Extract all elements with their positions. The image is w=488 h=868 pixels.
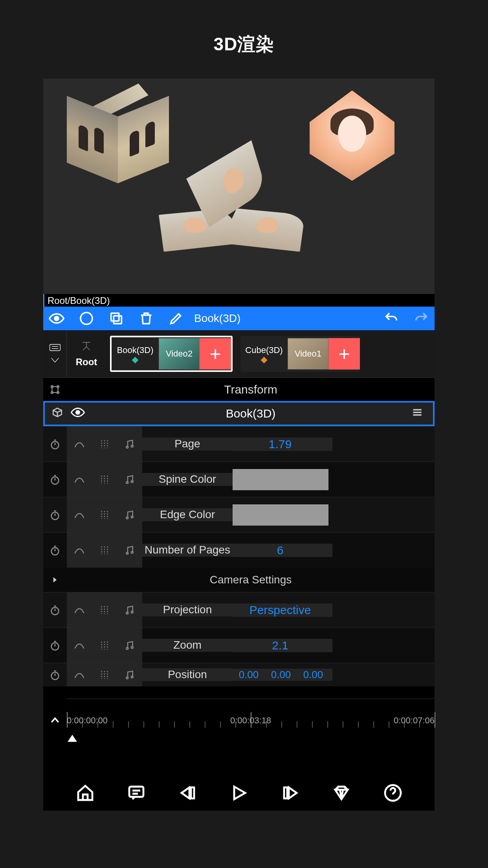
property-row-page: Page 1.79 bbox=[43, 426, 435, 462]
curve-icon[interactable] bbox=[67, 592, 92, 627]
property-list: Page 1.79 Spine Color Edge Color Number … bbox=[43, 426, 435, 699]
transform-section[interactable]: Transform bbox=[43, 377, 435, 401]
object-panel-header: Book(3D) bbox=[43, 401, 435, 426]
play-icon[interactable] bbox=[229, 783, 248, 802]
property-label: Page bbox=[142, 438, 233, 450]
add-layer-button[interactable]: + bbox=[200, 338, 231, 370]
curve-icon[interactable] bbox=[67, 533, 92, 568]
shake-icon[interactable] bbox=[92, 462, 117, 497]
property-label: Spine Color bbox=[142, 473, 233, 485]
redo-icon[interactable] bbox=[413, 311, 429, 326]
collapse-icon[interactable] bbox=[43, 699, 67, 742]
root-layer[interactable]: Root bbox=[67, 330, 106, 377]
stopwatch-icon[interactable] bbox=[43, 663, 67, 686]
preview-canvas[interactable] bbox=[43, 79, 435, 294]
svg-rect-2 bbox=[114, 316, 121, 324]
property-value[interactable]: 0.00 0.00 0.00 bbox=[233, 669, 332, 681]
visibility-icon[interactable] bbox=[49, 311, 64, 326]
keyframe-diamond-icon bbox=[261, 357, 268, 364]
shake-icon[interactable] bbox=[92, 533, 117, 568]
diamond-icon[interactable] bbox=[332, 783, 351, 802]
curve-icon[interactable] bbox=[67, 663, 92, 686]
visibility-icon[interactable] bbox=[71, 405, 90, 422]
step-forward-icon[interactable] bbox=[281, 783, 300, 802]
audio-icon[interactable] bbox=[117, 427, 142, 462]
curve-icon[interactable] bbox=[67, 427, 92, 462]
shake-icon[interactable] bbox=[92, 497, 117, 532]
property-label: Edge Color bbox=[142, 508, 233, 521]
timeline-label: 0:00:00:00 bbox=[67, 715, 108, 726]
edit-object-label: Book(3D) bbox=[194, 312, 240, 325]
property-row-edge-color: Edge Color bbox=[43, 497, 435, 532]
svg-rect-40 bbox=[191, 787, 194, 798]
property-label: Position bbox=[142, 668, 233, 681]
mask-icon[interactable] bbox=[79, 311, 94, 326]
chevron-right-icon bbox=[43, 568, 67, 592]
page-title: 3D渲染 bbox=[0, 0, 488, 57]
property-label: Projection bbox=[142, 603, 233, 616]
color-swatch[interactable] bbox=[233, 469, 328, 490]
curve-icon[interactable] bbox=[67, 497, 92, 532]
svg-marker-28 bbox=[53, 577, 57, 582]
section-label: Camera Settings bbox=[67, 574, 435, 586]
timeline-ruler[interactable]: 0:00:00:000:00:03:180:00:07:06 bbox=[67, 699, 435, 742]
preview-object-gem bbox=[305, 90, 399, 181]
layer-thumb[interactable]: Video2 bbox=[159, 338, 200, 370]
add-layer-button[interactable]: + bbox=[328, 338, 360, 370]
shake-icon[interactable] bbox=[92, 628, 117, 663]
property-row-spine-color: Spine Color bbox=[43, 462, 435, 497]
layer-strip: Root Book(3D) Video2 + Cube(3D) Video1 + bbox=[43, 330, 435, 377]
menu-icon[interactable] bbox=[411, 406, 427, 421]
undo-icon[interactable] bbox=[383, 311, 399, 326]
stopwatch-icon[interactable] bbox=[43, 427, 67, 462]
shake-icon[interactable] bbox=[92, 592, 117, 627]
shake-icon[interactable] bbox=[92, 427, 117, 462]
curve-icon[interactable] bbox=[67, 462, 92, 497]
stopwatch-icon[interactable] bbox=[43, 462, 67, 497]
audio-icon[interactable] bbox=[117, 628, 142, 663]
audio-icon[interactable] bbox=[117, 462, 142, 497]
home-icon[interactable] bbox=[76, 783, 95, 802]
stopwatch-icon[interactable] bbox=[43, 533, 67, 568]
cube-icon[interactable] bbox=[51, 406, 67, 421]
layer-list-toggle[interactable] bbox=[43, 330, 67, 377]
comments-icon[interactable] bbox=[127, 783, 146, 802]
layer-card-book[interactable]: Book(3D) Video2 + bbox=[110, 336, 233, 372]
property-value[interactable]: 2.1 bbox=[233, 639, 332, 652]
layer-card-cube[interactable]: Cube(3D) Video1 + bbox=[240, 336, 360, 372]
audio-icon[interactable] bbox=[117, 663, 142, 686]
property-row-zoom: Zoom 2.1 bbox=[43, 627, 435, 663]
svg-rect-38 bbox=[129, 787, 143, 797]
transform-label: Transform bbox=[67, 383, 435, 396]
delete-icon[interactable] bbox=[138, 311, 154, 326]
layer-thumb[interactable]: Video1 bbox=[288, 338, 328, 370]
shake-icon[interactable] bbox=[92, 663, 117, 686]
audio-icon[interactable] bbox=[117, 497, 142, 532]
stopwatch-icon[interactable] bbox=[43, 497, 67, 532]
audio-icon[interactable] bbox=[117, 592, 142, 627]
audio-icon[interactable] bbox=[117, 533, 142, 568]
svg-rect-3 bbox=[111, 313, 119, 321]
timeline[interactable]: 0:00:00:000:00:03:180:00:07:06 bbox=[43, 699, 435, 742]
edit-icon[interactable] bbox=[168, 311, 184, 326]
stopwatch-icon[interactable] bbox=[43, 628, 67, 663]
breadcrumb[interactable]: Root/Book(3D) bbox=[43, 294, 435, 307]
playhead-icon[interactable] bbox=[68, 735, 77, 742]
help-icon[interactable] bbox=[383, 783, 402, 802]
root-label: Root bbox=[76, 357, 97, 368]
curve-icon[interactable] bbox=[67, 628, 92, 663]
stopwatch-icon[interactable] bbox=[43, 592, 67, 627]
property-value[interactable]: 1.79 bbox=[233, 438, 332, 451]
camera-settings-section[interactable]: Camera Settings bbox=[43, 568, 435, 592]
property-row-num-pages: Number of Pages 6 bbox=[43, 532, 435, 568]
svg-point-1 bbox=[81, 313, 92, 324]
svg-point-12 bbox=[76, 410, 80, 414]
duplicate-icon[interactable] bbox=[108, 311, 124, 326]
color-swatch[interactable] bbox=[233, 504, 328, 526]
timeline-label: 0:00:03:18 bbox=[230, 715, 271, 726]
step-back-icon[interactable] bbox=[178, 783, 197, 802]
property-row-projection: Projection Perspective bbox=[43, 592, 435, 627]
property-value[interactable]: 6 bbox=[233, 544, 332, 557]
property-value[interactable]: Perspective bbox=[233, 603, 332, 617]
preview-object-cube bbox=[67, 94, 169, 181]
